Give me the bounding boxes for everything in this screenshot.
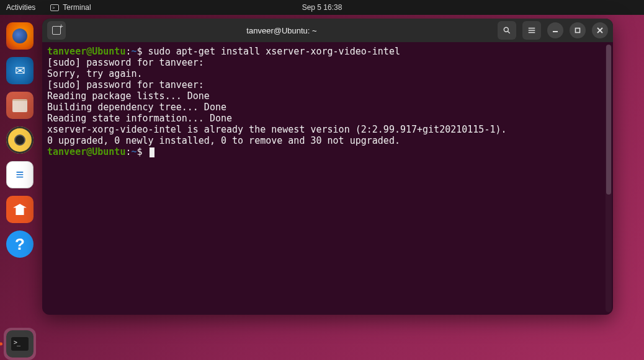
terminal-line: xserver-xorg-video-intel is already the … <box>47 124 608 135</box>
files-icon[interactable] <box>6 92 34 119</box>
hamburger-icon <box>527 26 536 35</box>
close-button[interactable] <box>592 22 608 38</box>
terminal-content[interactable]: tanveer@Ubuntu:~$ sudo apt-get install x… <box>42 42 613 315</box>
terminal-line: Reading package lists... Done <box>47 90 608 102</box>
prompt-path: ~ <box>131 146 136 157</box>
search-button[interactable] <box>498 21 516 40</box>
minimize-icon <box>552 27 558 33</box>
terminal-line: [sudo] password for tanveer: <box>47 57 608 68</box>
firefox-icon[interactable] <box>6 22 34 50</box>
terminal-line: [sudo] password for tanveer: <box>47 79 608 90</box>
menu-button[interactable] <box>522 21 541 40</box>
search-icon <box>503 26 511 35</box>
prompt-user-host: tanveer@Ubuntu <box>47 46 125 57</box>
terminal-line: tanveer@Ubuntu:~$ <box>47 146 608 157</box>
terminal-window: tanveer@Ubuntu: ~ tanveer@Ubuntu:~$ sudo… <box>42 19 613 315</box>
terminal-line: Reading state information... Done <box>47 113 608 124</box>
window-title: tanveer@Ubuntu: ~ <box>71 26 493 35</box>
thunderbird-icon[interactable] <box>6 57 34 84</box>
maximize-icon <box>575 27 581 33</box>
active-app-indicator[interactable]: Terminal <box>50 3 91 12</box>
clock[interactable]: Sep 5 16:38 <box>302 3 342 12</box>
terminal-line: Building dependency tree... Done <box>47 102 608 113</box>
terminal-line: Sorry, try again. <box>47 68 608 79</box>
terminal-icon <box>50 4 59 11</box>
terminal-dock-icon[interactable] <box>6 330 34 358</box>
terminal-line: 0 upgraded, 0 newly installed, 0 to remo… <box>47 135 608 146</box>
ubuntu-software-icon[interactable] <box>6 196 34 223</box>
scrollbar-thumb[interactable] <box>606 45 611 195</box>
new-tab-button[interactable] <box>47 21 66 40</box>
help-icon[interactable] <box>6 230 34 258</box>
svg-rect-6 <box>576 29 580 33</box>
maximize-button[interactable] <box>570 22 586 38</box>
libreoffice-writer-icon[interactable] <box>6 161 34 188</box>
svg-line-1 <box>508 31 509 33</box>
prompt-user-host: tanveer@Ubuntu <box>47 146 125 157</box>
prompt-symbol: $ <box>137 146 148 157</box>
prompt-path: ~ <box>131 46 136 57</box>
svg-point-0 <box>504 27 508 32</box>
prompt-symbol: $ <box>137 46 148 57</box>
minimize-button[interactable] <box>547 22 563 38</box>
close-icon <box>597 27 603 33</box>
titlebar: tanveer@Ubuntu: ~ <box>42 19 613 42</box>
active-app-label: Terminal <box>63 3 91 12</box>
command-text: sudo apt-get install xserver-xorg-video-… <box>148 46 400 57</box>
top-bar: Activities Terminal Sep 5 16:38 <box>0 0 644 15</box>
dock-active-app <box>4 328 36 360</box>
activities-button[interactable]: Activities <box>6 3 35 12</box>
dock <box>0 15 40 360</box>
new-tab-icon <box>52 26 61 35</box>
terminal-line: tanveer@Ubuntu:~$ sudo apt-get install x… <box>47 46 608 57</box>
rhythmbox-icon[interactable] <box>6 126 34 154</box>
scrollbar[interactable] <box>606 45 612 312</box>
cursor <box>150 147 154 157</box>
